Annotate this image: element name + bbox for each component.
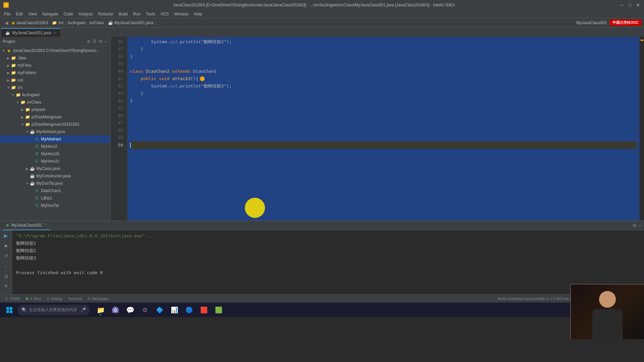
tree-item-myhero2b[interactable]: C MyHero2b (0, 150, 110, 158)
sidebar-add-icon[interactable]: ⊕ (87, 39, 91, 44)
tree-item-myfolders[interactable]: ▶ 📁 myFolders (0, 69, 110, 76)
menu-edit[interactable]: Edit (13, 11, 25, 17)
tree-item-pzhaomengxuan20191001[interactable]: ▼ 📁 pZhaoMengxuan20191001 (0, 121, 110, 128)
tree-item-out[interactable]: ▶ 📂 out (0, 76, 110, 84)
code-line-41: public void attack3(){ (130, 75, 637, 82)
taskbar-app-explorer[interactable]: 📁 (94, 303, 107, 317)
tree-item-prepare[interactable]: ▶ 📁 prepare (0, 106, 110, 113)
tab-close-button[interactable]: ✕ (53, 31, 56, 35)
taskbar-app-minecraft[interactable]: 🟩 (212, 303, 225, 317)
menu-navigate[interactable]: Navigate (40, 11, 61, 17)
tree-item-myhero2[interactable]: C MyHero2 (0, 143, 110, 150)
stop-btn[interactable]: ■ (2, 242, 10, 250)
tree-label-pzhaomengxuan: pZhaoMengxuan (32, 115, 62, 119)
sidebar-header-icons: ⊕ ☰ ⚙ ─ (87, 39, 108, 44)
menu-view[interactable]: View (25, 11, 40, 17)
menu-file[interactable]: File (1, 11, 13, 17)
app-icon: IJ (3, 2, 9, 8)
svg-rect-3 (10, 310, 12, 313)
right-gutter (639, 37, 644, 221)
print-btn[interactable]: 🖨 (2, 272, 10, 280)
tree-item-myduotaijava[interactable]: ▼ ☕ MyDuoTai.java (0, 180, 110, 187)
taskbar-app-1[interactable]: 🔷 (153, 303, 166, 317)
breadcrumb-file[interactable]: ☕ MyJavaClass001.java (108, 20, 154, 25)
taskbar-app-settings[interactable]: ⚙ (138, 303, 152, 317)
minimize-button[interactable]: ─ (619, 2, 625, 8)
menu-window[interactable]: Window (171, 11, 191, 17)
editor-tab-active[interactable]: ☕ MyJavaClass001.java ✕ (1, 28, 60, 37)
run-btn[interactable]: ▶ (2, 232, 10, 240)
close-btn[interactable]: ✕ (2, 282, 10, 290)
run-tab-active[interactable]: ▶ MyJavaClass001 ✕ (3, 221, 51, 230)
menu-build[interactable]: Build (116, 11, 130, 17)
bottom-toolbar: 6: TODO ▶ 4: Run 5: Debug Terminal 0: Me… (0, 294, 644, 302)
menu-run[interactable]: Run (130, 11, 143, 17)
rerun-btn[interactable]: ↺ (2, 252, 10, 260)
tree-item-liujingwei[interactable]: ▼ 📁 liuJingwei (0, 91, 110, 99)
menu-help[interactable]: Help (191, 11, 205, 17)
idea-icon: 📁 (11, 55, 16, 61)
toolbar-debug-label: 5: Debug (47, 297, 62, 301)
myhero2-class-icon: C (34, 144, 40, 149)
tree-item-myabstractjava[interactable]: ▼ ☕ MyAbstract.java (0, 128, 110, 135)
taskbar-app-powerpoint[interactable]: 📊 (168, 303, 181, 317)
tree-item-src[interactable]: ▼ 📁 src (0, 84, 110, 91)
tree-item-diaochan1[interactable]: C DiaoChan1 (0, 187, 110, 194)
close-button[interactable]: ✕ (635, 2, 641, 8)
scroll-end-btn[interactable]: ↓ (2, 262, 10, 270)
tree-label-src: src (17, 85, 23, 90)
tree-item-myfiles[interactable]: ▶ 📁 myFiles (0, 62, 110, 69)
code-editor-area[interactable]: 36 37 38 39 40 41 42 43 44 45 46 47 48 4… (111, 37, 644, 221)
settings-icon[interactable]: ⚙ (632, 223, 637, 228)
tree-label-pzhaomengxuan20191001: pZhaoMengxuan20191001 (32, 122, 79, 127)
code-line-42: System.out.println("貂蝉技能3"); (130, 82, 637, 90)
tree-item-idea[interactable]: ▶ 📁 .idea (0, 54, 110, 62)
taskbar-app-2[interactable]: 🔵 (182, 303, 196, 317)
menu-refactor[interactable]: Refactor (96, 11, 116, 17)
tree-item-onclass[interactable]: ▼ 📁 onClass (0, 99, 110, 106)
sidebar-minimize-icon[interactable]: ─ (105, 39, 108, 44)
toolbar-todo[interactable]: 6: TODO (3, 296, 23, 301)
tree-item-myclassjava[interactable]: ▶ ☕ MyClass.java (0, 165, 110, 172)
minecraft-icon: 🟩 (215, 306, 222, 314)
menu-tools[interactable]: Tools (143, 11, 158, 17)
toolbar-messages[interactable]: 0: Messages (85, 296, 111, 301)
breadcrumb-file-label: MyJavaClass001.java (114, 20, 154, 25)
sidebar-settings-icon[interactable]: ⚙ (99, 39, 103, 44)
tree-item-myabstract[interactable]: C MyAbstract (0, 135, 110, 143)
sidebar-layout-icon[interactable]: ☰ (93, 39, 97, 44)
run-tab-close[interactable]: ✕ (44, 223, 47, 227)
tree-item-myduotai[interactable]: C MyDuoTai (0, 202, 110, 209)
taskbar-app-3[interactable]: 🟥 (197, 303, 211, 317)
tree-item-myconstructorjava[interactable]: ☕ MyConstructor.java (0, 172, 110, 180)
tree-item-libai1[interactable]: C LiBai1 (0, 194, 110, 202)
taskbar-app-wechat[interactable]: 💬 (123, 303, 137, 317)
tree-item-myhero2c[interactable]: C MyHero2c (0, 158, 110, 165)
maximize-button[interactable]: □ (627, 2, 633, 8)
minimize-panel-icon[interactable]: ─ (638, 223, 641, 228)
toolbar-terminal[interactable]: Terminal (65, 296, 85, 301)
tree-item-pzhaomengxuan[interactable]: ▶ 📁 pZhaoMengxuan (0, 113, 110, 121)
run-panel-sidebar: ▶ ■ ↺ ↓ 🖨 ✕ (0, 230, 12, 294)
toolbar-run[interactable]: ▶ 4: Run (23, 296, 44, 301)
ln-49: 49 (113, 134, 124, 141)
breadcrumb-onclass[interactable]: onClass (89, 20, 104, 25)
menu-vcs[interactable]: VCS (158, 11, 172, 17)
breadcrumb-src[interactable]: 📁 src (52, 20, 64, 25)
code-content[interactable]: System.out.println("貂蝉技能2"); } } class D… (127, 37, 639, 221)
breadcrumb-project[interactable]: ◆ JavaClass201803 (12, 20, 48, 25)
menu-code[interactable]: Code (61, 11, 76, 17)
back-button[interactable]: ◀ (3, 19, 10, 26)
tree-item-root[interactable]: ▼ ◆ JavaClass201803 D:\OneDrive\!!!Doing… (0, 47, 110, 54)
taskbar-app-chrome[interactable] (109, 303, 122, 317)
taskbar-search[interactable]: 🔍 在这里输入您要搜索的内容 🎤 (17, 305, 90, 315)
toolbar-debug[interactable]: 5: Debug (44, 296, 65, 301)
breadcrumb-liujingwei[interactable]: liuJingwei (68, 20, 85, 25)
sidebar-header: Project ⊕ ☰ ⚙ ─ (0, 37, 110, 46)
menu-analyze[interactable]: Analyze (76, 11, 96, 17)
person-body (592, 309, 623, 339)
sep1: › (49, 20, 51, 25)
title-bar: IJ JavaClass201803 [D:\OneDrive\!!!Doing… (0, 0, 644, 10)
code-line-47 (130, 119, 637, 127)
start-button[interactable] (3, 303, 16, 317)
